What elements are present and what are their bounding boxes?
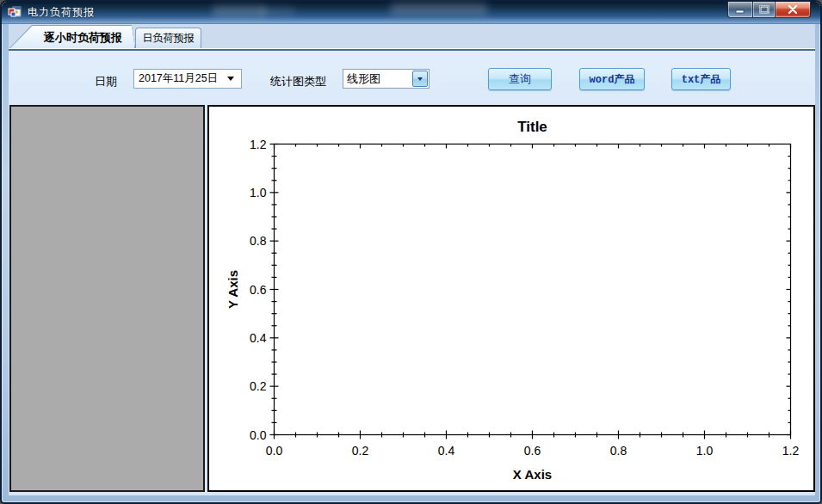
chart-panel: Title0.00.20.40.60.81.01.20.00.20.40.60.… [207,105,815,492]
window-title: 电力负荷预报 [28,5,95,20]
caret-down-icon [417,77,423,81]
svg-text:Y Axis: Y Axis [226,270,240,309]
tab-hourly-forecast-label: 逐小时负荷预报 [44,30,122,46]
caret-down-icon[interactable] [227,77,234,81]
chart: Title0.00.20.40.60.81.01.20.00.20.40.60.… [209,107,813,490]
svg-text:0.0: 0.0 [266,444,283,458]
date-picker[interactable]: 2017年11月25日 [133,69,242,89]
chart-type-combobox[interactable]: 线形图 [343,69,430,89]
titlebar-glass-reflection [391,3,487,15]
svg-text:0.6: 0.6 [250,283,267,297]
tab-daily-forecast[interactable]: 日负荷预报 [135,28,201,48]
close-icon [788,5,798,14]
combobox-dropdown-button[interactable] [412,71,428,87]
minimize-icon [735,6,745,14]
svg-text:0.4: 0.4 [250,331,267,345]
txt-product-button[interactable]: txt产品 [671,68,731,90]
svg-text:0.8: 0.8 [610,444,627,458]
close-button[interactable] [776,2,811,18]
svg-text:1.0: 1.0 [696,444,714,458]
query-button[interactable]: 查询 [488,68,552,90]
svg-text:X Axis: X Axis [513,467,552,482]
minimize-button[interactable] [727,2,752,18]
window-controls [727,2,811,18]
app-window: 电力负荷预报 逐小时负荷预报 日负荷预报 日期 [0,0,822,504]
svg-text:1.2: 1.2 [250,138,267,151]
svg-text:1.0: 1.0 [250,186,267,200]
date-picker-value: 2017年11月25日 [139,71,218,86]
svg-text:0.2: 0.2 [250,379,267,393]
svg-text:Title: Title [517,119,547,135]
svg-text:0.0: 0.0 [250,428,267,442]
titlebar-glass-reflection [260,7,294,15]
maximize-icon [759,5,769,14]
svg-text:0.2: 0.2 [352,444,369,458]
date-label: 日期 [95,74,117,89]
svg-text:0.6: 0.6 [524,444,541,458]
left-panel [9,105,205,492]
winforms-app-icon [8,5,22,19]
svg-text:1.2: 1.2 [782,444,800,458]
word-product-button[interactable]: word产品 [579,68,645,90]
maximize-button[interactable] [752,2,776,18]
svg-text:0.4: 0.4 [438,444,455,458]
titlebar-glass-reflection [213,5,266,17]
svg-text:0.8: 0.8 [250,234,267,248]
tab-daily-forecast-label: 日负荷预报 [143,31,195,46]
chart-type-label: 统计图类型 [270,74,326,89]
titlebar[interactable] [2,2,820,24]
chart-type-value: 线形图 [347,71,380,87]
